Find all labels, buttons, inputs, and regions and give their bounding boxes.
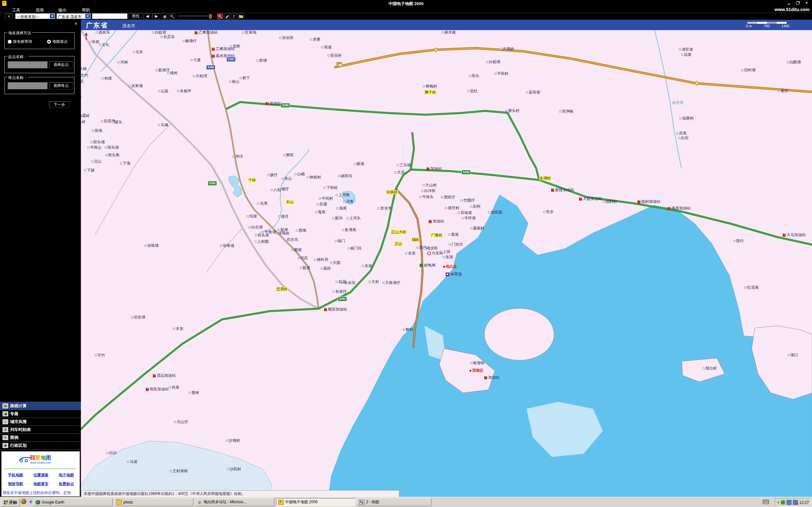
village-dot-icon (703, 367, 705, 370)
village-label: 登步 (543, 210, 554, 214)
chevron-down-icon[interactable]: ▼ (50, 14, 55, 18)
village-dot-icon (679, 117, 681, 119)
village-dot-icon (679, 49, 681, 51)
village-dot-icon (267, 174, 269, 176)
zoom-slider[interactable] (176, 13, 216, 19)
radio-label: 按名称查询 (13, 39, 32, 44)
promo-box: 我要地图 www.51ditu.com 手机地图位置搜索电子地图驾驶导航地图黄页… (1, 451, 80, 497)
menu-help[interactable]: 帮助 (82, 7, 90, 13)
radio-pick-on-map[interactable]: 地图选点 (47, 39, 67, 44)
promo-link-3[interactable]: 驾驶导航 (8, 481, 23, 487)
sidebar-item-1[interactable]: ◪专题 (0, 410, 81, 418)
search-input[interactable] (92, 13, 128, 19)
village-label: 文礼 (99, 43, 109, 47)
village-label: 港口 (788, 353, 798, 357)
village-dot-icon (278, 216, 281, 218)
next-step-button[interactable]: 下一步 (49, 101, 69, 108)
village-label: 牛路山 (87, 146, 101, 150)
village-dot-icon (458, 212, 460, 214)
input-method-keyboard-icon[interactable] (763, 500, 769, 504)
ie-icon: e (197, 500, 202, 504)
sidebar-item-0[interactable]: ▤路线计算 (0, 402, 81, 410)
task-button-0[interactable]: Google Earth (33, 498, 113, 506)
choose-start-button[interactable]: 选择起点 (49, 61, 73, 68)
village-dot-icon (423, 85, 425, 88)
village-label: 白洋田 (421, 189, 436, 193)
topics-icon: ◪ (3, 411, 8, 416)
radio-icon[interactable] (47, 40, 51, 44)
menu-tools[interactable]: 工具 (12, 7, 20, 13)
pushpin-icon[interactable] (231, 13, 237, 19)
chevron-down-icon[interactable]: ▼ (85, 14, 90, 18)
tray-chevron-icon[interactable]: « (777, 500, 779, 504)
promo-link-0[interactable]: 手机地图 (8, 472, 23, 478)
village-label: 马屋 (127, 460, 137, 464)
sidebar-item-3[interactable]: ≣列车时刻表 (0, 426, 81, 434)
post-office-label: 邮电局 (420, 263, 436, 268)
media-player-icon[interactable] (21, 499, 26, 504)
minimize-button[interactable] (785, 1, 792, 5)
collapse-panel-button[interactable]: « (5, 13, 13, 19)
start-name-field[interactable] (8, 61, 48, 68)
task-button-3[interactable]: 中国电子地图 2005 (276, 498, 355, 506)
tray-green-icon[interactable] (781, 500, 785, 504)
sidebar-item-2[interactable]: ⌂城市风情 (0, 418, 81, 426)
village-dot-icon (321, 46, 323, 49)
village-label: 横塘 (354, 162, 364, 166)
village-dot-icon (526, 91, 528, 94)
village-label: 珍珠塘 (144, 244, 159, 248)
close-button[interactable]: × (803, 1, 810, 5)
region-select[interactable]: 广东省 茂名市 ▼ (56, 13, 91, 19)
radio-icon[interactable] (8, 40, 12, 44)
back-button[interactable]: ◀ (143, 13, 152, 19)
region-select-value: 广东省 茂名市 (58, 14, 82, 20)
radio-search-by-name[interactable]: 按名称查询 (8, 39, 32, 44)
county-dot-icon (469, 370, 471, 372)
highway-marker-icon (434, 48, 439, 53)
village-label: 白蚊坡 (152, 31, 166, 35)
village-dot-icon (281, 177, 284, 180)
panel-close-icon[interactable]: × (74, 21, 77, 26)
village-dot-icon (240, 77, 242, 79)
toolbar: « ---所有类别--- ▼ 广东省 茂名市 ▼ 查找 ◀ ▶ (0, 13, 812, 20)
task-button-2[interactable]: e电白同乡论坛 - Microso... (195, 498, 274, 506)
sidebar-item-5[interactable]: ◉行政区划 (0, 442, 81, 450)
end-name-field[interactable] (8, 82, 48, 89)
task-button-1[interactable]: photo (114, 498, 194, 506)
restore-button[interactable] (794, 1, 801, 5)
map-canvas[interactable]: 荔枝车白蚊坡乙烯加油站官屋地深水田东寨樟木根大堀张屋文礼长苏染榛塘仔尼桥宋涌大塘… (81, 30, 812, 497)
village-label: 海尾 (315, 210, 325, 214)
village-dot-icon (333, 291, 335, 293)
village-label: 大村 (368, 280, 379, 284)
category-select[interactable]: ---所有类别--- ▼ (15, 13, 55, 19)
start-button[interactable]: 开始 (1, 498, 20, 507)
internet-explorer-icon[interactable]: e (28, 499, 34, 504)
forward-button[interactable]: ▶ (152, 13, 160, 19)
zoom-in-icon[interactable] (217, 13, 223, 19)
promo-link-1[interactable]: 位置搜索 (33, 472, 49, 478)
promo-link-4[interactable]: 地图黄页 (33, 481, 49, 487)
network-icon[interactable] (786, 500, 792, 505)
zoom-slider-thumb[interactable] (209, 14, 212, 18)
promo-link-5[interactable]: 免费标点 (59, 481, 74, 487)
pan-hand-icon[interactable] (162, 13, 168, 19)
menu-options[interactable]: 选项 (36, 7, 44, 13)
sidebar-item-4[interactable]: ✎图例 (0, 434, 81, 442)
promo-link-2[interactable]: 电子地图 (59, 472, 74, 478)
village-dot-icon (338, 175, 340, 177)
task-button-4[interactable]: 2 - 画图 (357, 498, 432, 506)
village-label: 安乐村 (327, 54, 342, 58)
folder-icon[interactable] (238, 13, 244, 19)
village-label: 旭台村 (703, 366, 717, 371)
menu-bar: 工具 选项 输出 帮助 www.51ditu.com (0, 6, 812, 13)
network-offline-icon[interactable] (793, 500, 798, 505)
find-button[interactable]: 查找 (129, 13, 142, 19)
menu-output[interactable]: 输出 (58, 7, 67, 13)
village-label: 白簕塘 (486, 60, 500, 64)
choose-end-button[interactable]: 选择终点 (49, 82, 73, 89)
village-dot-icon (603, 201, 605, 203)
village-dot-icon (441, 196, 443, 199)
measure-pencil-icon[interactable] (224, 13, 230, 19)
scale-0: 0 m (746, 24, 752, 28)
zoom-out-icon[interactable] (169, 13, 175, 19)
